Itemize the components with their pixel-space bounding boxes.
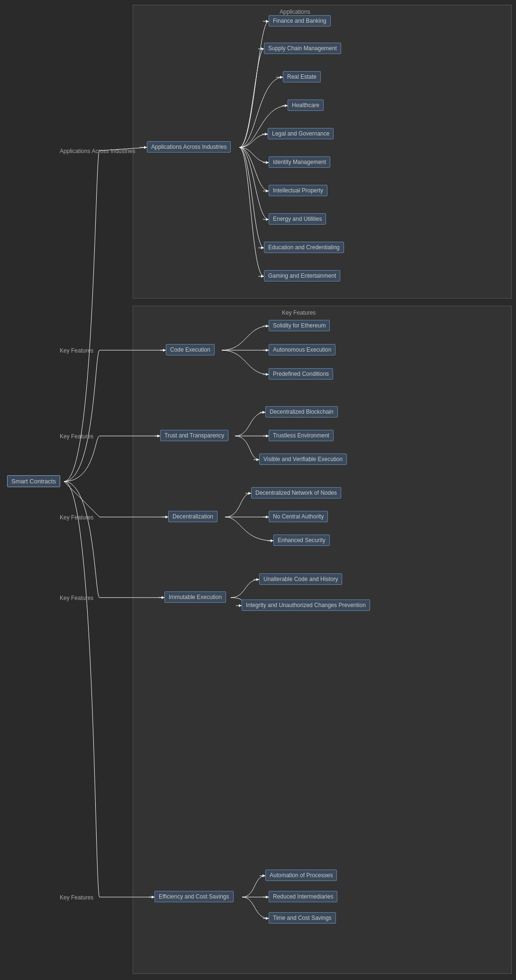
timecost-node[interactable]: Time and Cost Savings [269,912,336,924]
automation-node[interactable]: Automation of Processes [265,870,337,881]
solidity-node[interactable]: Solidity for Ethereum [269,320,330,331]
healthcare-node[interactable]: Healthcare [288,100,324,111]
efficiency-node[interactable]: Efficiency and Cost Savings [154,891,234,902]
education-node[interactable]: Education and Credentialing [264,242,344,253]
trustless-node[interactable]: Trustless Environment [269,430,334,441]
kf-label-2: Key Features [56,431,97,442]
identity-node[interactable]: Identity Management [269,156,330,168]
diagram-container: Applications Key Features [0,0,516,980]
legal-node[interactable]: Legal and Governance [268,128,334,139]
visible-node[interactable]: Visible and Verifiable Execution [259,454,347,465]
root-node[interactable]: Smart Contracts [7,475,60,487]
immutable-node[interactable]: Immutable Execution [164,591,226,603]
predefined-node[interactable]: Predefined Conditions [269,368,333,380]
reduced-node[interactable]: Reduced Intermediaries [269,891,337,902]
kf-label-5: Key Features [56,892,97,903]
enhanced-node[interactable]: Enhanced Security [273,535,330,546]
decent-block-node[interactable]: Decentralized Blockchain [265,406,338,417]
integrity-node[interactable]: Integrity and Unauthorized Changes Preve… [242,599,370,611]
kf-label-3: Key Features [56,512,97,523]
realestate-node[interactable]: Real Estate [283,71,321,82]
decent-nodes-node[interactable]: Decentralized Network of Nodes [251,487,341,499]
kf-label-4: Key Features [56,593,97,603]
autonomous-node[interactable]: Autonomous Execution [269,344,335,355]
energy-node[interactable]: Energy and Utilities [269,213,326,225]
app-across-node[interactable]: Applications Across Industries [147,141,231,153]
decent-node[interactable]: Decentralization [168,511,217,522]
trust-trans-node[interactable]: Trust and Transparency [160,430,228,441]
app-across-label: Applications Across Industries [56,146,139,156]
unalterable-node[interactable]: Unalterable Code and History [259,573,342,585]
keyfeatures-title: Key Features [282,309,316,316]
gaming-node[interactable]: Gaming and Entertainment [264,270,340,281]
applications-title: Applications [280,9,310,15]
no-central-node[interactable]: No Central Authority [269,511,328,522]
code-exec-node[interactable]: Code Execution [166,344,215,355]
finance-node[interactable]: Finance and Banking [269,15,331,27]
kf-label-1: Key Features [56,345,97,356]
ip-node[interactable]: Intellectual Property [269,185,327,196]
supply-node[interactable]: Supply Chain Management [264,43,341,54]
